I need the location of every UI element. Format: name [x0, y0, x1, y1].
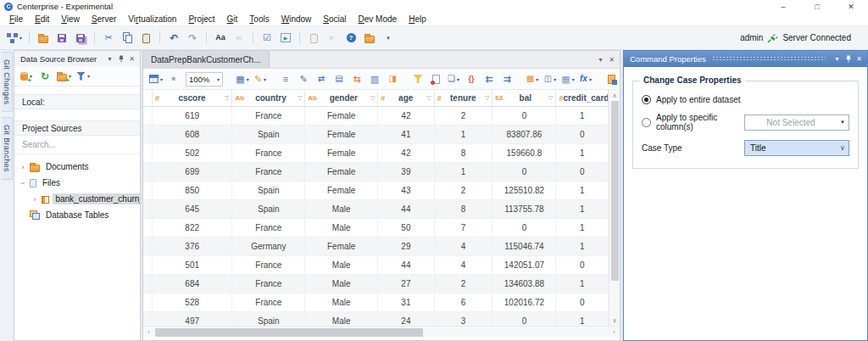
add-file-source-button[interactable]: ▾	[55, 68, 73, 85]
zoom-level-select[interactable]: 100%▾	[186, 72, 223, 87]
verify-button[interactable]: ☑	[259, 30, 275, 47]
scroll-down-icon[interactable]: ∨	[609, 315, 620, 326]
filter-funnel-icon[interactable]: ▽	[548, 95, 553, 102]
font-button[interactable]: Aa	[212, 30, 229, 47]
layout-button[interactable]: ▾	[147, 70, 164, 87]
auto-hide-pin-icon[interactable]	[115, 53, 126, 64]
expand-icon[interactable]: ›	[31, 195, 38, 204]
tab-list-icon[interactable]: ▾	[595, 54, 606, 65]
edit-record-button[interactable]: ✎	[295, 70, 312, 87]
menu-git[interactable]: Git	[221, 14, 244, 24]
menu-edit[interactable]: Edit	[29, 14, 55, 24]
save-all-button[interactable]	[72, 30, 89, 47]
add-database-button[interactable]: ▾	[18, 68, 35, 85]
paste-run-button[interactable]	[305, 30, 322, 47]
menu-server[interactable]: Server	[86, 14, 122, 24]
add-record-button[interactable]: ≡	[277, 70, 294, 87]
refresh-button[interactable]: ↻	[36, 68, 53, 85]
case-type-select[interactable]: Title ∨	[744, 140, 849, 156]
filter-button[interactable]	[409, 70, 426, 87]
radio-specific-columns[interactable]: Apply to specific column(s) Not Selected…	[642, 113, 849, 131]
resume-button[interactable]: ▶	[324, 30, 341, 47]
tree-item-documents[interactable]: ›Documents	[14, 159, 140, 175]
search-input[interactable]	[14, 136, 140, 154]
menu-social[interactable]: Social	[317, 14, 352, 24]
split-button[interactable]: ⇇	[481, 70, 498, 87]
section-project-sources[interactable]: Project Sources	[14, 120, 140, 136]
close-button[interactable]: ✕	[834, 0, 868, 13]
tree-item-database-tables[interactable]: Database Tables	[14, 207, 140, 223]
horizontal-scroll-thumb[interactable]	[155, 328, 423, 337]
vertical-scroll-thumb[interactable]	[611, 101, 619, 281]
new-button[interactable]: ▾	[5, 30, 24, 47]
radio-button-icon[interactable]	[642, 95, 651, 104]
maximize-button[interactable]: □	[800, 0, 834, 13]
menu-window[interactable]: Window	[275, 14, 318, 24]
expand-icon[interactable]: ›	[19, 163, 26, 171]
tree-item-bank-customer-churn-file[interactable]: ›bank_customer_churn_file	[14, 191, 140, 207]
open-button[interactable]	[35, 30, 52, 47]
menu-project[interactable]: Project	[182, 14, 220, 24]
menu-file[interactable]: File	[3, 14, 29, 24]
add-column-button[interactable]: ◫▾	[542, 70, 559, 87]
edit-options-button[interactable]: ✎▾	[252, 70, 269, 87]
column-header-country[interactable]: Abcountry▽	[232, 90, 305, 106]
menu-help[interactable]: Help	[403, 14, 432, 24]
column-header-age[interactable]: #age▽	[378, 90, 435, 106]
distinct-button[interactable]: ◨	[384, 70, 401, 87]
vertical-scrollbar[interactable]: ∧ ∨	[609, 90, 620, 326]
redo-button[interactable]: ↷	[184, 30, 201, 47]
filter-funnel-icon[interactable]: ▽	[298, 95, 302, 102]
rename-button[interactable]: ⇄	[313, 70, 330, 87]
transform-button[interactable]: ⇆	[348, 70, 365, 87]
menu-tools[interactable]: Tools	[243, 14, 275, 24]
undo-button[interactable]: ↶	[165, 30, 182, 47]
window-position-icon[interactable]: ▾	[104, 53, 115, 64]
scroll-right-icon[interactable]: ›	[609, 327, 620, 338]
schema-button[interactable]: ▦▾	[559, 70, 576, 87]
function-button[interactable]: fx▾	[577, 70, 594, 87]
close-panel-icon[interactable]: ✕	[854, 53, 865, 64]
cut-button[interactable]: ✂	[100, 30, 117, 47]
filter-records-button[interactable]: ▤	[331, 70, 348, 87]
sample-data-button[interactable]	[427, 70, 444, 87]
filter-funnel-icon[interactable]: ▽	[370, 95, 375, 102]
sidebar-tab-git-branches[interactable]: Git Branches	[2, 117, 13, 180]
apply-changes-button[interactable]: ▩▾	[524, 70, 541, 87]
close-panel-icon[interactable]: ✕	[126, 53, 137, 64]
window-button[interactable]: ❏▾	[445, 70, 462, 87]
menu-dev-mode[interactable]: Dev Mode	[353, 14, 403, 24]
column-header-cscore[interactable]: #cscore▽	[153, 90, 232, 106]
column-header-tenure[interactable]: #tenure▽	[435, 90, 493, 106]
scroll-up-icon[interactable]: ∧	[609, 90, 620, 101]
paste-button[interactable]	[137, 30, 154, 47]
window-position-icon[interactable]: ▾	[832, 53, 843, 64]
recent-files-button[interactable]	[361, 30, 378, 47]
toolbar-options-button[interactable]: ▾	[380, 30, 397, 47]
filter-funnel-icon[interactable]: ▽	[426, 95, 431, 102]
filter-button[interactable]: ▾	[75, 68, 92, 85]
minimize-button[interactable]: –	[766, 0, 800, 13]
horizontal-scrollbar[interactable]: ‹ ›	[143, 326, 620, 337]
copy-button[interactable]	[119, 30, 136, 47]
help-button[interactable]	[342, 30, 359, 47]
scroll-left-icon[interactable]: ‹	[143, 327, 154, 338]
save-button[interactable]	[53, 30, 70, 47]
tab-close-icon[interactable]: ✕	[606, 54, 617, 65]
stop-button[interactable]: ■	[165, 70, 182, 87]
radio-entire-dataset[interactable]: Apply to entire dataset	[642, 95, 849, 104]
menu-view[interactable]: View	[55, 14, 86, 24]
tree-item-files[interactable]: ›Files	[14, 175, 140, 191]
radio-button-icon[interactable]	[642, 118, 651, 127]
column-chooser-button[interactable]: ▥	[366, 70, 383, 87]
merge-button[interactable]: ⇉	[498, 70, 515, 87]
section-local[interactable]: Local:	[14, 94, 140, 109]
start-dataflow-button[interactable]	[277, 30, 294, 47]
collapse-icon[interactable]: ›	[19, 180, 27, 187]
find-button[interactable]: ∞	[231, 30, 248, 47]
column-header-credit_card[interactable]: #credit_card	[556, 90, 609, 106]
expression-button[interactable]: {}	[463, 70, 480, 87]
column-header-gender[interactable]: Abgender▽	[305, 90, 378, 106]
menu-virtualization[interactable]: Virtualization	[122, 14, 182, 24]
filter-funnel-icon[interactable]: ▽	[485, 95, 489, 102]
